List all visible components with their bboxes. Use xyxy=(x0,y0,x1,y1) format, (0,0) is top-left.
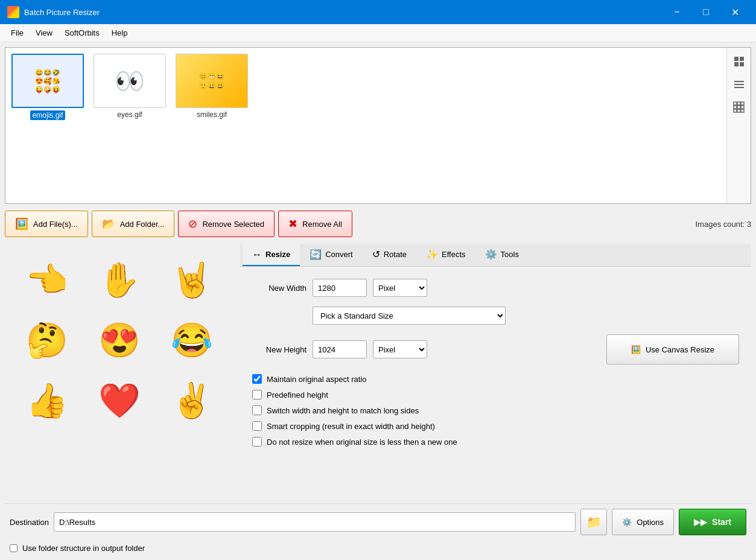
destination-label: Destination xyxy=(10,518,49,527)
width-input[interactable] xyxy=(313,279,367,297)
svg-rect-4 xyxy=(734,81,744,82)
remove-selected-icon: ⊘ xyxy=(188,217,197,231)
smart-crop-row: Smart cropping (result in exact width an… xyxy=(252,421,739,431)
close-button[interactable]: ✕ xyxy=(721,2,749,22)
destination-section: Destination 📁 ⚙️ Options ▶▶ Start Use fo… xyxy=(5,501,751,555)
svg-rect-14 xyxy=(737,109,740,112)
remove-selected-button[interactable]: ⊘ Remove Selected xyxy=(178,211,275,237)
view-list-button[interactable] xyxy=(730,75,748,94)
destination-input[interactable] xyxy=(54,512,576,532)
thumb-emojis[interactable]: 😀😂🤣😍🥰😘😜🤪😝 emojis.gif xyxy=(11,54,84,120)
thumb-eyes[interactable]: 👀 eyes.gif xyxy=(94,54,166,119)
width-label: New Width xyxy=(252,284,307,293)
smart-crop-label[interactable]: Smart cropping (result in exact width an… xyxy=(267,422,435,431)
canvas-resize-button[interactable]: 🖼️ Use Canvas Resize xyxy=(606,334,739,364)
standard-size-select[interactable]: Pick a Standard Size xyxy=(313,307,506,325)
thumb-smiles[interactable]: 😊😁😆🙂😀😃 smiles.gif xyxy=(176,54,248,119)
height-row: New Height Pixel Percent 🖼️ Use Canvas R… xyxy=(252,334,739,364)
resize-panel: New Width Pixel Percent Pick a Standard … xyxy=(240,267,751,459)
view-thumbnails-button[interactable] xyxy=(730,52,748,71)
menu-file[interactable]: File xyxy=(5,26,30,40)
add-files-button[interactable]: 🖼️ Add File(s)... xyxy=(5,211,88,237)
menu-help[interactable]: Help xyxy=(106,26,134,40)
predefined-height-label[interactable]: Predefined height xyxy=(267,390,328,399)
tab-effects[interactable]: ✨ Effects xyxy=(416,244,475,266)
thumb-smiles-label: smiles.gif xyxy=(197,110,227,119)
width-row: New Width Pixel Percent xyxy=(252,279,739,297)
tab-rotate[interactable]: ↺ Rotate xyxy=(363,244,416,266)
browse-icon: 📁 xyxy=(586,515,602,529)
predefined-height-row: Predefined height xyxy=(252,390,739,399)
destination-browse-button[interactable]: 📁 xyxy=(580,509,607,535)
svg-rect-2 xyxy=(734,62,739,66)
remove-all-icon: ✖ xyxy=(288,217,297,231)
emoji-2: 🤘 xyxy=(156,250,228,310)
resize-tab-icon: ↔️ xyxy=(252,249,262,260)
smart-crop-checkbox[interactable] xyxy=(252,421,262,431)
no-resize-checkbox[interactable] xyxy=(252,437,262,447)
view-grid-button[interactable] xyxy=(730,98,748,116)
title-bar: Batch Picture Resizer − □ ✕ xyxy=(0,0,756,24)
predefined-height-checkbox[interactable] xyxy=(252,390,262,399)
folder-structure-label[interactable]: Use folder structure in output folder xyxy=(22,544,145,553)
menu-view[interactable]: View xyxy=(30,26,59,40)
start-button[interactable]: ▶▶ Start xyxy=(679,509,746,535)
svg-rect-15 xyxy=(741,109,744,112)
switch-dimensions-checkbox[interactable] xyxy=(252,406,262,415)
add-files-icon: 🖼️ xyxy=(15,217,28,231)
remove-all-button[interactable]: ✖ Remove All xyxy=(278,211,352,237)
no-resize-label[interactable]: Do not resize when original size is less… xyxy=(267,438,457,447)
main-content: 😀😂🤣😍🥰😘😜🤪😝 emojis.gif 👀 eyes.gif 😊😁😆🙂😀😃 s… xyxy=(0,42,756,560)
menu-softorbits[interactable]: SoftOrbits xyxy=(59,26,106,40)
emoji-0: 👈 xyxy=(11,250,83,310)
add-folder-button[interactable]: 📂 Add Folder... xyxy=(92,211,175,237)
checkboxes-area: Maintain original aspect ratio Predefine… xyxy=(252,374,739,447)
options-panel: ↔️ Resize 🔄 Convert ↺ Rotate ✨ Effects ⚙… xyxy=(240,244,751,496)
destination-row: Destination 📁 ⚙️ Options ▶▶ Start xyxy=(5,503,751,540)
toolbar: 🖼️ Add File(s)... 📂 Add Folder... ⊘ Remo… xyxy=(5,209,751,239)
svg-rect-3 xyxy=(740,62,744,66)
height-unit-select[interactable]: Pixel Percent xyxy=(373,340,427,358)
height-label: New Height xyxy=(252,345,307,354)
menu-bar: File View SoftOrbits Help xyxy=(0,24,756,42)
canvas-resize-icon: 🖼️ xyxy=(631,345,641,354)
standard-size-row: Pick a Standard Size xyxy=(313,307,739,325)
emoji-7: ❤️ xyxy=(83,371,156,431)
emoji-panel: 👈 ✋ 🤘 🤔 😍 😂 👍 ❤️ ✌️ xyxy=(5,244,240,496)
preview-sidebar xyxy=(726,48,751,203)
effects-tab-icon: ✨ xyxy=(426,249,438,260)
maintain-aspect-label[interactable]: Maintain original aspect ratio xyxy=(267,375,366,384)
rotate-tab-icon: ↺ xyxy=(372,249,380,260)
maintain-aspect-row: Maintain original aspect ratio xyxy=(252,374,739,384)
minimize-button[interactable]: − xyxy=(663,2,691,22)
tab-bar: ↔️ Resize 🔄 Convert ↺ Rotate ✨ Effects ⚙… xyxy=(240,244,751,267)
no-resize-row: Do not resize when original size is less… xyxy=(252,437,739,447)
switch-dimensions-label[interactable]: Switch width and height to match long si… xyxy=(267,406,419,415)
maximize-button[interactable]: □ xyxy=(692,2,720,22)
width-unit-select[interactable]: Pixel Percent xyxy=(373,279,427,297)
title-bar-left: Batch Picture Resizer xyxy=(7,6,100,18)
switch-dimensions-row: Switch width and height to match long si… xyxy=(252,406,739,415)
maintain-aspect-checkbox[interactable] xyxy=(252,374,262,384)
emoji-5: 😂 xyxy=(156,310,228,371)
emoji-1: ✋ xyxy=(83,250,156,310)
app-title: Batch Picture Resizer xyxy=(24,8,100,17)
svg-rect-1 xyxy=(740,57,744,61)
folder-structure-checkbox[interactable] xyxy=(10,544,17,552)
folder-structure-row: Use folder structure in output folder xyxy=(5,544,751,553)
svg-rect-0 xyxy=(734,57,739,61)
thumb-eyes-label: eyes.gif xyxy=(117,110,142,119)
tab-convert[interactable]: 🔄 Convert xyxy=(300,244,363,266)
tools-tab-icon: ⚙️ xyxy=(485,249,497,260)
height-input[interactable] xyxy=(313,340,367,358)
images-count: Images count: 3 xyxy=(696,220,752,229)
tab-tools[interactable]: ⚙️ Tools xyxy=(475,244,529,266)
svg-rect-6 xyxy=(734,87,744,88)
svg-rect-13 xyxy=(734,109,737,112)
tab-resize[interactable]: ↔️ Resize xyxy=(243,244,300,266)
bottom-section: 👈 ✋ 🤘 🤔 😍 😂 👍 ❤️ ✌️ ↔️ Resize 🔄 Convert xyxy=(5,244,751,496)
options-button[interactable]: ⚙️ Options xyxy=(612,509,674,535)
options-icon: ⚙️ xyxy=(622,518,632,527)
emoji-8: ✌️ xyxy=(156,371,228,431)
add-folder-icon: 📂 xyxy=(102,217,115,231)
